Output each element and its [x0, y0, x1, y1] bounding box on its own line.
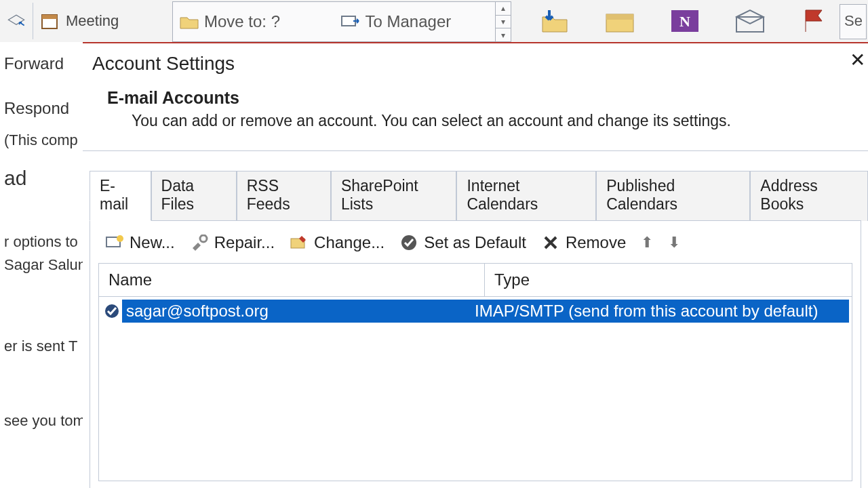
new-mail-icon: [105, 233, 124, 252]
tab-address-books[interactable]: Address Books: [750, 171, 868, 221]
envelope-icon[interactable]: [731, 5, 769, 37]
forward-icon[interactable]: [7, 12, 26, 30]
tab-rss-feeds[interactable]: RSS Feeds: [237, 171, 331, 221]
qs-move-to[interactable]: Move to: ?: [173, 2, 334, 41]
set-default-button[interactable]: Set as Default: [399, 233, 526, 252]
folder-move-icon: [180, 12, 199, 31]
svg-point-10: [200, 235, 207, 242]
svg-rect-4: [606, 14, 633, 20]
email-accounts-description: You can add or remove an account. You ca…: [83, 112, 868, 150]
check-circle-icon: [399, 233, 418, 252]
svg-rect-1: [42, 15, 57, 19]
change-button[interactable]: Change...: [290, 233, 384, 252]
tab-internet-calendars[interactable]: Internet Calendars: [456, 171, 596, 221]
email-tab-panel: New... Repair... Change... Set as Defaul…: [90, 220, 861, 488]
close-icon[interactable]: ✕: [850, 49, 865, 71]
meeting-label: Meeting: [66, 12, 119, 30]
default-check-icon: [102, 303, 122, 319]
qs-to-manager[interactable]: To Manager: [334, 2, 496, 41]
account-toolbar: New... Repair... Change... Set as Defaul…: [94, 233, 856, 263]
accounts-list: Name Type sagar@softpost.org IMAP/SMTP (…: [98, 263, 852, 481]
svg-point-9: [117, 235, 123, 242]
onenote-icon[interactable]: N: [666, 5, 704, 37]
dialog-title: Account Settings: [83, 43, 868, 88]
list-header: Name Type: [99, 264, 852, 297]
archive-folder-icon[interactable]: [601, 5, 639, 37]
svg-text:N: N: [679, 13, 690, 30]
tab-published-calendars[interactable]: Published Calendars: [596, 171, 750, 221]
remove-button[interactable]: Remove: [541, 233, 626, 252]
column-name[interactable]: Name: [99, 264, 485, 296]
new-button[interactable]: New...: [105, 233, 175, 252]
calendar-icon: [40, 12, 59, 30]
table-row[interactable]: sagar@softpost.org IMAP/SMTP (send from …: [102, 298, 849, 324]
tab-sharepoint-lists[interactable]: SharePoint Lists: [331, 171, 457, 221]
tab-email[interactable]: E-mail: [90, 171, 151, 221]
chevron-up-icon[interactable]: ▴: [496, 2, 511, 16]
column-type[interactable]: Type: [485, 264, 852, 296]
forward-label[interactable]: Forward: [0, 42, 83, 76]
mail-forward-icon: [341, 12, 360, 31]
chevron-down-icon[interactable]: ▾: [496, 16, 511, 29]
account-name: sagar@softpost.org: [122, 302, 471, 321]
email-accounts-heading: E-mail Accounts: [83, 88, 868, 112]
account-settings-dialog: ✕ Account Settings E-mail Accounts You c…: [83, 42, 868, 488]
repair-button[interactable]: Repair...: [190, 233, 275, 252]
chevron-expand-icon[interactable]: ▾: [496, 28, 511, 41]
account-type: IMAP/SMTP (send from this account by def…: [471, 302, 849, 321]
change-icon: [290, 233, 309, 252]
move-down-folder-icon[interactable]: [536, 5, 574, 37]
ribbon-right-icons: N: [522, 0, 834, 42]
account-tabs: E-mail Data Files RSS Feeds SharePoint L…: [83, 170, 868, 220]
quick-steps-gallery[interactable]: Move to: ? To Manager ▴ ▾ ▾: [172, 1, 511, 42]
search-people-box[interactable]: Se: [840, 4, 867, 39]
repair-icon: [190, 233, 209, 252]
remove-icon: [541, 233, 560, 252]
dialog-separator: [83, 150, 868, 151]
qs-spinner[interactable]: ▴ ▾ ▾: [495, 2, 511, 41]
flag-icon[interactable]: [796, 5, 834, 37]
respond-group-label: Respond: [0, 76, 83, 121]
meeting-button[interactable]: Meeting: [33, 0, 125, 42]
tab-data-files[interactable]: Data Files: [151, 171, 237, 221]
background-left-pane: Forward Respond (This comp ad r options …: [0, 42, 83, 488]
move-up-icon[interactable]: ⬆: [641, 234, 653, 251]
move-down-icon[interactable]: ⬇: [668, 234, 680, 251]
